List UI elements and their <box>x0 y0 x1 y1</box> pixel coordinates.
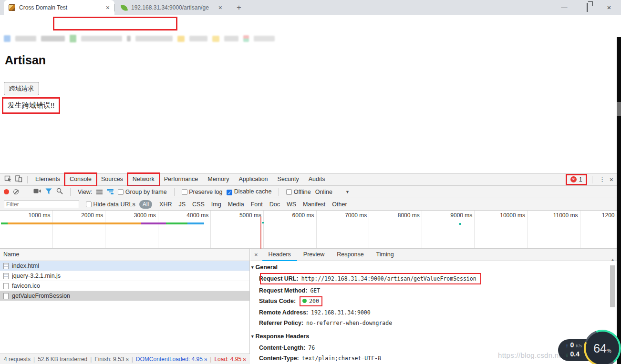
restore-button[interactable] <box>580 3 594 12</box>
browser-tab-active[interactable]: Cross Domain Test × <box>4 0 114 15</box>
device-toolbar-icon[interactable] <box>15 175 22 184</box>
transferred-size: 52.6 KB transferred <box>38 356 87 363</box>
divider <box>26 188 26 196</box>
waterfall-view-icon[interactable] <box>107 189 114 195</box>
download-speed: 0.4 <box>570 350 580 358</box>
triangle-down-icon: ▾ <box>251 265 254 270</box>
timeline-tick: 7000 ms <box>317 211 370 248</box>
network-overview-timeline[interactable]: 1000 ms 2000 ms 3000 ms 4000 ms 5000 ms … <box>0 211 621 249</box>
list-view-icon[interactable] <box>96 189 103 195</box>
response-headers-section-title[interactable]: ▾Response Headers <box>251 333 309 340</box>
overview-bar-purple <box>141 222 166 224</box>
tab-audits[interactable]: Audits <box>304 173 330 186</box>
download-arrow-icon: ↓ <box>566 352 569 357</box>
cross-domain-request-button[interactable]: 跨域请求 <box>4 82 39 95</box>
timeline-tick: 11000 ms <box>528 211 580 248</box>
devtools-close-icon[interactable]: × <box>610 176 613 183</box>
network-filter-row: Hide data URLs All XHR JS CSS Img Media … <box>0 198 621 211</box>
request-row-index-html[interactable]: index.html <box>0 261 249 271</box>
tab-response[interactable]: Response <box>331 249 370 261</box>
upload-speed: 0 <box>570 341 574 349</box>
hide-data-urls-option[interactable]: Hide data URLs <box>86 201 135 208</box>
filter-type-all[interactable]: All <box>139 200 152 209</box>
checkbox-icon[interactable] <box>286 189 292 195</box>
checkbox-icon[interactable] <box>118 189 124 195</box>
filter-type-media[interactable]: Media <box>227 201 246 208</box>
clear-icon[interactable] <box>13 189 19 194</box>
checkbox-checked-icon[interactable]: ✓ <box>227 190 232 195</box>
tab-performance[interactable]: Performance <box>159 173 203 186</box>
status-code-annotation-box: 200 <box>300 296 322 306</box>
disable-cache-option[interactable]: ✓ Disable cache <box>227 188 271 195</box>
filter-type-manifest[interactable]: Manifest <box>301 201 327 208</box>
filter-type-doc[interactable]: Doc <box>268 201 281 208</box>
bookmarks-bar[interactable] <box>0 31 621 46</box>
checkbox-icon[interactable] <box>182 189 187 195</box>
tab-console[interactable]: Console <box>65 173 96 186</box>
request-row-favicon[interactable]: favicon.ico <box>0 281 249 291</box>
tab-preview[interactable]: Preview <box>297 249 331 261</box>
content-type-line: Content-Type:text/plain;charset=UTF-8 <box>259 355 381 362</box>
divider <box>279 188 279 196</box>
request-row-getvaluefromsession[interactable]: getValueFromSession <box>0 291 249 301</box>
preserve-log-option[interactable]: Preserve log <box>182 189 223 195</box>
general-section-title[interactable]: ▾General <box>251 264 278 271</box>
timeline-tick: 5000 ms <box>211 211 264 248</box>
edge-scrollbar-thumb[interactable] <box>617 102 621 116</box>
request-url-line: Request URL:http://192.168.31.34:9000/ar… <box>259 275 476 282</box>
tab-close-icon[interactable]: × <box>106 4 110 11</box>
filter-type-font[interactable]: Font <box>249 201 264 208</box>
filter-funnel-icon[interactable] <box>45 188 52 196</box>
group-by-frame-option[interactable]: Group by frame <box>118 189 166 195</box>
tab-elements[interactable]: Elements <box>31 173 65 186</box>
offline-option[interactable]: Offline <box>286 189 310 195</box>
filter-type-css[interactable]: CSS <box>191 201 206 208</box>
record-icon[interactable] <box>4 189 9 194</box>
domcontentloaded-time: DOMContentLoaded: 4.95 s <box>136 356 207 363</box>
restore-icon <box>587 3 588 12</box>
timeline-tick: 6000 ms <box>264 211 317 248</box>
close-window-button[interactable]: × <box>602 3 616 12</box>
inspect-element-icon[interactable] <box>4 175 12 184</box>
detail-close-icon[interactable]: × <box>250 251 262 258</box>
capture-screenshots-icon[interactable] <box>33 188 41 195</box>
overview-tick-teal <box>262 222 264 223</box>
chevron-down-icon[interactable]: ▼ <box>345 190 350 194</box>
filter-type-xhr[interactable]: XHR <box>158 201 173 208</box>
filter-type-ws[interactable]: WS <box>285 201 298 208</box>
tab-timing[interactable]: Timing <box>370 249 400 261</box>
browser-tab-inactive[interactable]: 192.168.31.34:9000/artisan/ge × <box>116 0 227 15</box>
divider <box>70 188 71 196</box>
new-tab-button[interactable]: + <box>235 3 243 12</box>
request-method-line: Request Method:GET <box>259 287 320 294</box>
tab-headers[interactable]: Headers <box>262 249 297 261</box>
overview-bar-green2 <box>166 222 187 224</box>
filter-type-js[interactable]: JS <box>177 201 187 208</box>
filter-input[interactable] <box>4 200 79 208</box>
folder-icon <box>177 36 185 42</box>
bookmark-item <box>41 36 65 41</box>
error-icon: × <box>570 176 577 182</box>
name-column-header[interactable]: Name <box>0 249 249 261</box>
tab-security[interactable]: Security <box>273 173 304 186</box>
tab-sources[interactable]: Sources <box>96 173 128 186</box>
tab-memory[interactable]: Memory <box>203 173 234 186</box>
checkbox-icon[interactable] <box>86 202 92 207</box>
timeline-tick: 1000 ms <box>0 211 53 248</box>
file-icon <box>3 293 9 299</box>
filter-type-other[interactable]: Other <box>331 201 348 208</box>
filter-type-img[interactable]: Img <box>210 201 223 208</box>
view-label: View: <box>78 189 92 195</box>
tab-application[interactable]: Application <box>234 173 272 186</box>
search-icon[interactable] <box>56 188 63 196</box>
console-error-badge[interactable]: × 1 <box>566 174 587 185</box>
scrollbar-thumb[interactable] <box>610 265 615 307</box>
request-row-jquery[interactable]: jquery-3.2.1.min.js <box>0 271 249 281</box>
tab-network[interactable]: Network <box>128 173 159 186</box>
tab-close-icon[interactable]: × <box>218 4 222 11</box>
percentage-gauge-widget[interactable]: 64 % <box>584 330 621 364</box>
minimize-button[interactable]: — <box>557 3 571 12</box>
throttling-select[interactable]: Online <box>315 189 332 195</box>
devtools-menu-icon[interactable]: ⋮ <box>599 178 606 181</box>
scroll-up-icon[interactable]: ▲ <box>609 257 616 262</box>
